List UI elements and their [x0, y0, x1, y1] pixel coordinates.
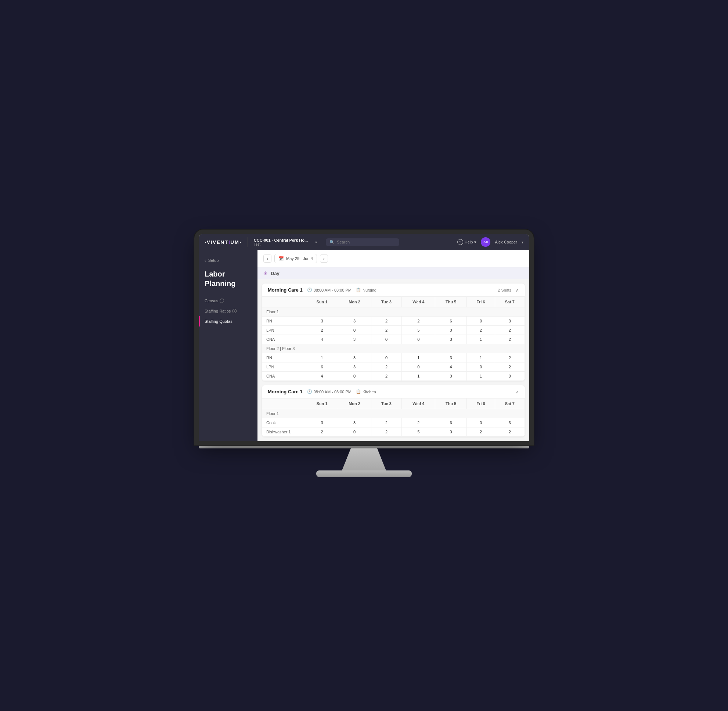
collapse-button-1[interactable]: ∧	[516, 389, 519, 394]
cell-rn2-sun1[interactable]: 1	[306, 353, 338, 363]
cell-lpn2-mon2[interactable]: 3	[338, 363, 371, 372]
col-header-tue3: Tue 3	[371, 297, 402, 307]
cell-cook-sat7[interactable]: 3	[495, 418, 524, 428]
cell-lpn-fri6[interactable]: 2	[467, 326, 495, 335]
cell-rn-tue3[interactable]: 2	[371, 317, 402, 326]
role-label: RN	[262, 353, 306, 363]
cell-cna2-wed4[interactable]: 1	[402, 372, 435, 381]
cell-cna-sun1[interactable]: 4	[306, 335, 338, 344]
cell-rn-thu5[interactable]: 6	[435, 317, 467, 326]
table-row: LPN 2 0 2 5 0 2 2	[262, 326, 525, 335]
cell-cook-wed4[interactable]: 2	[402, 418, 435, 428]
cell-cna-sat7[interactable]: 2	[495, 335, 524, 344]
col-header-fri6-k: Fri 6	[467, 398, 495, 409]
cell-lpn2-sat7[interactable]: 2	[495, 363, 524, 372]
next-week-button[interactable]: ›	[320, 255, 328, 263]
cell-lpn-mon2[interactable]: 0	[338, 326, 371, 335]
census-label: Census	[205, 299, 218, 303]
cell-rn2-mon2[interactable]: 3	[338, 353, 371, 363]
cell-rn2-thu5[interactable]: 3	[435, 353, 467, 363]
cell-lpn2-wed4[interactable]: 0	[402, 363, 435, 372]
cell-rn-fri6[interactable]: 0	[467, 317, 495, 326]
date-range-button[interactable]: 📅 May 29 - Jun 4	[275, 254, 317, 263]
cell-lpn2-sun1[interactable]: 6	[306, 363, 338, 372]
cell-cna-fri6[interactable]: 1	[467, 335, 495, 344]
shift-header-1: Morning Care 1 🕐 08:00 AM - 03:00 PM 📋 K…	[262, 385, 525, 398]
table-row: CNA 4 3 0 0 3 1 2	[262, 335, 525, 344]
cell-dw-sat7[interactable]: 2	[495, 428, 524, 437]
role-label: LPN	[262, 326, 306, 335]
cell-cna-wed4[interactable]: 0	[402, 335, 435, 344]
sidebar-item-staffing-ratios[interactable]: Staffing Ratios i	[199, 306, 257, 316]
cell-cook-sun1[interactable]: 3	[306, 418, 338, 428]
cell-cna2-thu5[interactable]: 0	[435, 372, 467, 381]
table-row: RN 3 3 2 2 6 0 3	[262, 317, 525, 326]
cell-lpn-thu5[interactable]: 0	[435, 326, 467, 335]
table-row: LPN 6 3 2 0 4 0 2	[262, 363, 525, 372]
cell-cook-tue3[interactable]: 2	[371, 418, 402, 428]
search-bar[interactable]: 🔍	[326, 238, 399, 246]
cell-cook-fri6[interactable]: 0	[467, 418, 495, 428]
schedule-table-1: Sun 1 Mon 2 Tue 3 Wed 4 Thu 5 Fri 6 Sat …	[262, 398, 525, 437]
cell-cna2-mon2[interactable]: 0	[338, 372, 371, 381]
cell-lpn2-fri6[interactable]: 0	[467, 363, 495, 372]
cell-lpn-tue3[interactable]: 2	[371, 326, 402, 335]
help-circle-icon: ?	[457, 239, 463, 245]
col-header-label-k	[262, 398, 306, 409]
cell-cna-mon2[interactable]: 3	[338, 335, 371, 344]
shift-name-0: Morning Care 1	[268, 287, 303, 293]
col-header-thu5-k: Thu 5	[435, 398, 467, 409]
shift-time-0: 🕐 08:00 AM - 03:00 PM	[307, 288, 351, 292]
company-name: CCC-001 - Central Perk Ho...	[254, 238, 308, 242]
floor-row-floor1: Floor 1	[262, 307, 525, 317]
cell-dw-wed4[interactable]: 5	[402, 428, 435, 437]
help-button[interactable]: ? Help ▾	[457, 239, 477, 245]
cell-rn-mon2[interactable]: 3	[338, 317, 371, 326]
cell-lpn2-thu5[interactable]: 4	[435, 363, 467, 372]
sidebar-item-staffing-quotas[interactable]: Staffing Quotas	[199, 316, 257, 326]
cell-dw-tue3[interactable]: 2	[371, 428, 402, 437]
cell-lpn-sat7[interactable]: 2	[495, 326, 524, 335]
cell-rn2-tue3[interactable]: 0	[371, 353, 402, 363]
role-label: CNA	[262, 372, 306, 381]
cell-cna-thu5[interactable]: 3	[435, 335, 467, 344]
col-header-thu5: Thu 5	[435, 297, 467, 307]
cell-rn2-wed4[interactable]: 1	[402, 353, 435, 363]
sidebar-item-census[interactable]: Census i	[199, 296, 257, 306]
setup-back-button[interactable]: ‹ Setup	[199, 256, 257, 265]
content-header: ‹ 📅 May 29 - Jun 4 ›	[257, 250, 529, 267]
cell-lpn-wed4[interactable]: 5	[402, 326, 435, 335]
search-input[interactable]	[337, 240, 396, 244]
nav-items: Census i Staffing Ratios i Staffing Quot…	[199, 296, 257, 326]
user-name: Alex Cooper	[495, 240, 517, 244]
cell-dw-mon2[interactable]: 0	[338, 428, 371, 437]
cell-rn-sat7[interactable]: 3	[495, 317, 524, 326]
cell-lpn2-tue3[interactable]: 2	[371, 363, 402, 372]
prev-week-button[interactable]: ‹	[263, 255, 272, 263]
cell-rn2-fri6[interactable]: 1	[467, 353, 495, 363]
cell-rn-wed4[interactable]: 2	[402, 317, 435, 326]
cell-cna-tue3[interactable]: 0	[371, 335, 402, 344]
cell-cook-mon2[interactable]: 3	[338, 418, 371, 428]
cell-dw-sun1[interactable]: 2	[306, 428, 338, 437]
cell-cna2-sat7[interactable]: 0	[495, 372, 524, 381]
cell-rn-sun1[interactable]: 3	[306, 317, 338, 326]
sun-icon: ✳	[263, 270, 268, 276]
cell-cna2-fri6[interactable]: 1	[467, 372, 495, 381]
calendar-icon: 📅	[278, 256, 284, 261]
cell-dw-fri6[interactable]: 2	[467, 428, 495, 437]
cell-cna2-tue3[interactable]: 2	[371, 372, 402, 381]
col-header-sun1: Sun 1	[306, 297, 338, 307]
cell-rn2-sat7[interactable]: 2	[495, 353, 524, 363]
col-header-mon2-k: Mon 2	[338, 398, 371, 409]
floor-row-floor23: Floor 2 | Floor 3	[262, 344, 525, 353]
cell-cna2-sun1[interactable]: 4	[306, 372, 338, 381]
cell-cook-thu5[interactable]: 6	[435, 418, 467, 428]
cell-dw-thu5[interactable]: 0	[435, 428, 467, 437]
company-dropdown-icon[interactable]: ▾	[315, 240, 317, 244]
user-dropdown-icon[interactable]: ▾	[521, 240, 523, 244]
collapse-button-0[interactable]: ∧	[516, 288, 519, 293]
staffing-quotas-label: Staffing Quotas	[205, 319, 232, 323]
role-label: Cook	[262, 418, 306, 428]
cell-lpn-sun1[interactable]: 2	[306, 326, 338, 335]
